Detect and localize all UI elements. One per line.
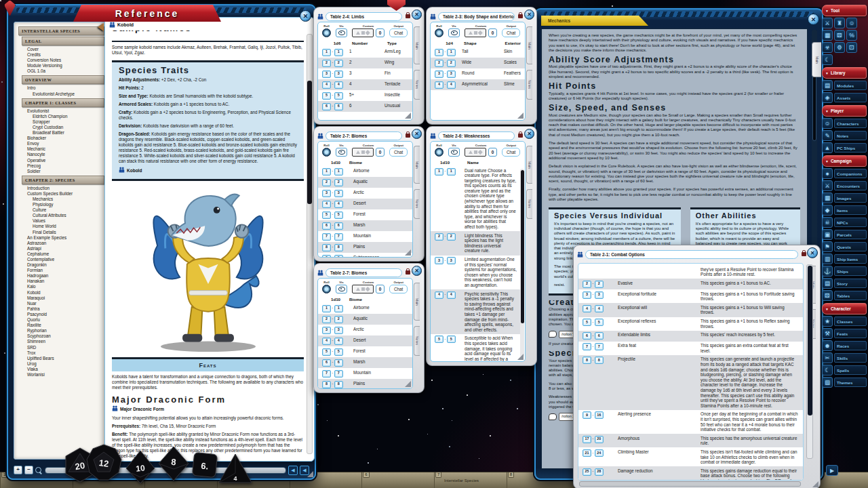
- roll-range-start[interactable]: 5: [322, 348, 331, 356]
- sidebar-item-quests[interactable]: ⚑Quests: [822, 241, 867, 252]
- toc-item[interactable]: Home World: [16, 224, 106, 229]
- roll-range-end[interactable]: 2: [447, 233, 456, 241]
- roll-range-start[interactable]: 3: [322, 327, 331, 334]
- sidebar-item-parcels[interactable]: ▣Parcels: [822, 229, 867, 240]
- toc-item[interactable]: Physiology: [16, 202, 106, 207]
- modifiers-icon[interactable]: %: [846, 30, 857, 41]
- hotkey-slot-6[interactable]: 6: [361, 472, 434, 488]
- close-icon[interactable]: ✕: [412, 129, 422, 139]
- toc-item[interactable]: Hadrogaan: [16, 273, 106, 279]
- roll-button[interactable]: [322, 28, 331, 37]
- roll-range-start[interactable]: 9: [583, 411, 591, 419]
- modifier-box[interactable]: 0: [488, 28, 497, 37]
- roll-range-start[interactable]: 1: [322, 49, 331, 56]
- roll-range-start[interactable]: 2: [322, 316, 331, 323]
- roll-range-start[interactable]: 8: [583, 357, 591, 364]
- roll-range-start[interactable]: 9: [322, 255, 331, 258]
- effects-icon[interactable]: ☣: [822, 42, 833, 53]
- roll-range-end[interactable]: 1: [447, 168, 456, 176]
- roll-range-start[interactable]: 4: [322, 201, 331, 208]
- visibility-toggle[interactable]: [336, 148, 347, 157]
- sidebar-item-ship-items[interactable]: ▥Ship Items: [822, 253, 867, 264]
- dice-tower-icon[interactable]: ⚄: [834, 30, 845, 41]
- tab-main[interactable]: Main: [526, 146, 532, 184]
- toc-item[interactable]: Shimreen: [16, 339, 106, 344]
- roll-range-start[interactable]: 1: [435, 168, 443, 176]
- window-title-field[interactable]: Table 2-6: Weaknesses: [438, 131, 515, 140]
- zoom-out-button[interactable]: −: [24, 466, 33, 474]
- d4-die[interactable]: 4: [218, 453, 253, 484]
- tab-main[interactable]: Main: [414, 26, 420, 64]
- modifier-box[interactable]: 0: [376, 285, 384, 293]
- roll-range-start[interactable]: 4: [322, 338, 331, 345]
- roll-range-end[interactable]: 4: [447, 81, 456, 89]
- crossed-swords-icon[interactable]: ⚔: [822, 18, 833, 28]
- toc-item[interactable]: Contemplative: [16, 257, 106, 262]
- close-icon[interactable]: ✕: [524, 9, 534, 20]
- toc-item[interactable]: Worlanisi: [16, 372, 106, 378]
- tab-notes[interactable]: Notes: [414, 189, 420, 219]
- window-title-field[interactable]: Table 2-1: Combat Options: [585, 250, 798, 259]
- roll-range-end[interactable]: 4: [447, 291, 456, 299]
- sidebar-item-story[interactable]: ▤Story: [822, 278, 867, 289]
- roll-range-end[interactable]: 2: [334, 60, 343, 67]
- roll-range-end[interactable]: 8: [334, 381, 343, 388]
- roll-range-start[interactable]: 4: [435, 81, 443, 89]
- roll-range-end[interactable]: 5: [334, 348, 343, 356]
- toc-item[interactable]: Scrapper: [16, 119, 106, 125]
- d10-die[interactable]: 10: [125, 450, 156, 484]
- tab-notes[interactable]: Notes: [526, 189, 532, 219]
- toc-item[interactable]: Soldier: [16, 169, 106, 174]
- sidebar-item-assets[interactable]: ◈Assets: [822, 92, 867, 103]
- output-select[interactable]: Chat: [502, 148, 520, 157]
- toc-item[interactable]: Trox: [16, 350, 106, 356]
- tab-notes[interactable]: Notes: [526, 70, 532, 100]
- custom-dice-box[interactable]: [352, 148, 374, 157]
- toc-item[interactable]: Cultural Attributes: [16, 213, 106, 218]
- roll-range-start[interactable]: 1: [435, 49, 443, 56]
- window-titlebar[interactable]: Table 2-1: Combat Options: [574, 245, 820, 262]
- sidebar-item-skills[interactable]: ✂Skills: [822, 352, 867, 363]
- roll-range-start[interactable]: 4: [435, 291, 443, 299]
- roll-range-end[interactable]: 9: [334, 255, 343, 258]
- sidebar-item-characters[interactable]: ☺Characters: [822, 118, 867, 129]
- toc-item[interactable]: Introduction: [16, 186, 106, 191]
- roll-button[interactable]: [322, 148, 331, 157]
- roll-range-end[interactable]: 6: [334, 103, 343, 110]
- roll-range-end[interactable]: 1: [334, 49, 343, 56]
- roll-range-start[interactable]: 4: [322, 81, 331, 89]
- output-select[interactable]: Chat: [389, 148, 408, 157]
- roll-range-end[interactable]: 3: [334, 70, 343, 78]
- toc-item[interactable]: Operative: [16, 158, 106, 163]
- sidebar-expand-button[interactable]: ▶: [826, 465, 838, 476]
- sidebar-item-notes[interactable]: ✎Notes: [822, 130, 867, 141]
- toc-item[interactable]: SRD: [16, 345, 106, 350]
- lock-icon[interactable]: [802, 252, 806, 256]
- close-icon[interactable]: ✕: [524, 129, 534, 139]
- toc-item[interactable]: Psacynoid: [16, 312, 106, 317]
- roll-range-end[interactable]: 5: [334, 211, 343, 219]
- toc-item[interactable]: Eldritch Champion: [16, 114, 106, 119]
- toc-item[interactable]: Crypt Custodian: [16, 125, 106, 130]
- window-title-field[interactable]: Table 2-4: Limbs: [326, 12, 402, 21]
- roll-range-end[interactable]: 2: [595, 281, 604, 288]
- toc-item[interactable]: Astriapi: [16, 246, 106, 251]
- lock-icon[interactable]: [406, 134, 410, 138]
- roll-range-end[interactable]: 6: [595, 332, 604, 340]
- roll-range-end[interactable]: 1: [334, 305, 343, 312]
- roll-range-end[interactable]: 24: [595, 449, 604, 457]
- scrollbar-thumb[interactable]: [521, 170, 524, 323]
- toc-item[interactable]: Envoy: [16, 141, 106, 146]
- toc-item[interactable]: Final Details: [16, 230, 106, 235]
- mechanics-window-tab[interactable]: Mechanics: [541, 16, 648, 26]
- toc-item[interactable]: Evolutionist Archetype: [16, 92, 106, 97]
- toc-item[interactable]: Cover: [16, 47, 106, 52]
- roll-range-end[interactable]: 1: [447, 49, 456, 56]
- toc-item[interactable]: Vlaka: [16, 367, 106, 372]
- roll-range-start[interactable]: 7: [583, 343, 591, 350]
- tab-notes[interactable]: Notes: [414, 326, 420, 356]
- resize-grip[interactable]: [812, 481, 818, 487]
- kobold-link[interactable]: Kobold: [119, 167, 297, 174]
- roll-range-start[interactable]: 2: [435, 233, 443, 241]
- tab-main[interactable]: Main: [526, 26, 532, 64]
